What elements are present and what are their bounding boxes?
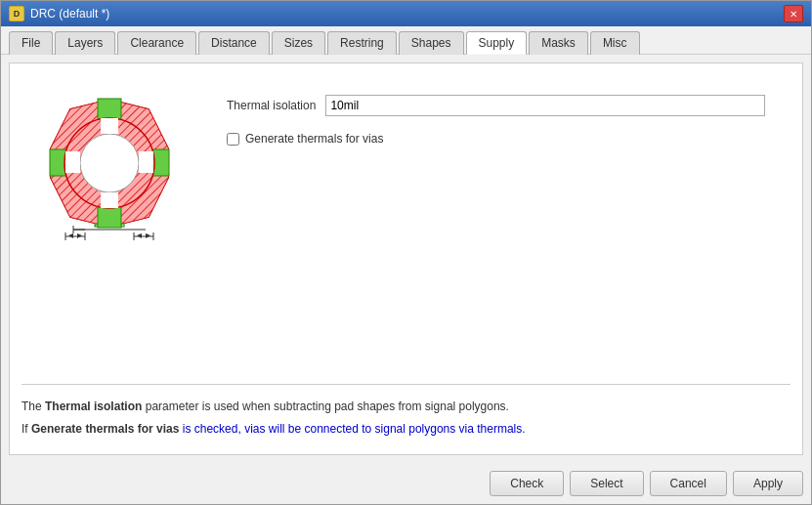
footer: Check Select Cancel Apply [1, 463, 811, 504]
tab-file[interactable]: File [9, 31, 53, 55]
tab-masks[interactable]: Masks [529, 31, 588, 55]
tab-restring[interactable]: Restring [327, 31, 397, 55]
tab-shapes[interactable]: Shapes [399, 31, 464, 55]
settings-section: Thermal isolation Generate thermals for … [217, 75, 791, 384]
right-spoke-gap [139, 151, 153, 173]
main-window: D DRC (default *) ✕ File Layers Clearanc… [0, 0, 812, 505]
close-button[interactable]: ✕ [784, 5, 803, 22]
info-section: The Thermal isolation parameter is used … [21, 384, 791, 442]
tab-distance[interactable]: Distance [198, 31, 270, 55]
cancel-button[interactable]: Cancel [650, 471, 727, 496]
tab-misc[interactable]: Misc [590, 31, 640, 55]
app-icon: D [9, 6, 24, 21]
thermal-isolation-bold: Thermal isolation [45, 400, 142, 413]
info-line-2: If Generate thermals for vias is checked… [21, 419, 791, 441]
generate-thermals-bold: Generate thermals for vias [31, 422, 179, 436]
apply-button[interactable]: Apply [733, 471, 803, 496]
tab-sizes[interactable]: Sizes [272, 31, 325, 55]
main-panel: Thermal isolation Generate thermals for … [9, 63, 803, 455]
info-line-1-suffix: parameter is used when subtracting pad s… [146, 400, 509, 413]
top-green-spoke [98, 99, 121, 120]
info-line-1: The Thermal isolation parameter is used … [21, 397, 791, 418]
diagram-section [21, 75, 197, 384]
top-spoke-gap [101, 118, 118, 134]
thermal-isolation-row: Thermal isolation [227, 95, 781, 116]
title-controls: ✕ [784, 5, 803, 22]
thermal-diagram [36, 85, 183, 241]
thermal-isolation-label: Thermal isolation [227, 99, 316, 112]
window-title: DRC (default *) [30, 7, 109, 21]
generate-thermals-label: Generate thermals for vias [245, 132, 383, 146]
content-area: Thermal isolation Generate thermals for … [1, 55, 811, 463]
supply-content: Thermal isolation Generate thermals for … [21, 75, 791, 384]
tab-supply[interactable]: Supply [466, 31, 528, 55]
title-bar-left: D DRC (default *) [9, 6, 109, 21]
info-line-2-link: is checked, vias will be connected to si… [183, 422, 526, 436]
tab-clearance[interactable]: Clearance [117, 31, 196, 55]
tab-layers[interactable]: Layers [55, 31, 115, 55]
generate-thermals-row: Generate thermals for vias [227, 132, 781, 146]
generate-thermals-checkbox[interactable] [227, 133, 239, 146]
thermal-isolation-input[interactable] [325, 95, 765, 116]
check-button[interactable]: Check [490, 471, 564, 496]
title-bar: D DRC (default *) ✕ [1, 1, 811, 26]
hole [80, 134, 139, 192]
left-spoke-gap [65, 151, 80, 173]
bottom-spoke-gap [101, 192, 118, 208]
tabs-bar: File Layers Clearance Distance Sizes Res… [1, 26, 811, 55]
select-button[interactable]: Select [570, 471, 643, 496]
